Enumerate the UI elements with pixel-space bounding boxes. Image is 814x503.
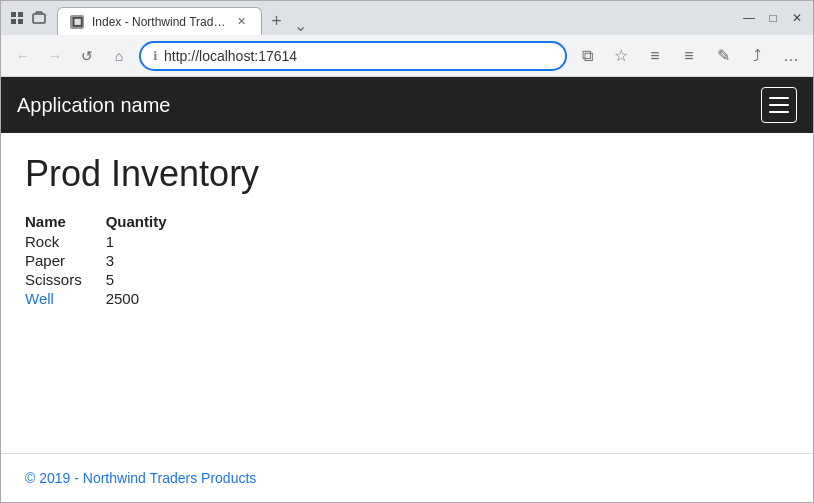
- browser-window: 🔲 Index - Northwind Trad… ✕ + ⌄ — □ ✕ ← …: [0, 0, 814, 503]
- table-row: Rock1: [25, 232, 191, 251]
- tab-close-button[interactable]: ✕: [233, 14, 249, 30]
- app-navbar: Application name: [1, 77, 813, 133]
- url-text: http://localhost:17614: [164, 48, 553, 64]
- collections-icon[interactable]: ≡: [643, 44, 667, 68]
- more-tools-icon[interactable]: …: [779, 44, 803, 68]
- title-bar: 🔲 Index - Northwind Trad… ✕ + ⌄ — □ ✕: [1, 1, 813, 35]
- column-header-quantity: Quantity: [106, 211, 191, 232]
- table-row: Well2500: [25, 289, 191, 308]
- tab-title: Index - Northwind Trad…: [92, 15, 225, 29]
- minimize-button[interactable]: —: [741, 10, 757, 26]
- table-cell-quantity: 2500: [106, 289, 191, 308]
- sidebar-toggle-icon[interactable]: ⧉: [575, 44, 599, 68]
- inventory-table-body: Rock1Paper3Scissors5Well2500: [25, 232, 191, 308]
- app-name: Application name: [17, 94, 170, 117]
- app-icon-2: [31, 10, 47, 26]
- column-header-name: Name: [25, 211, 106, 232]
- inventory-item-link[interactable]: Well: [25, 290, 54, 307]
- home-button[interactable]: ⌂: [107, 44, 131, 68]
- close-button[interactable]: ✕: [789, 10, 805, 26]
- refresh-button[interactable]: ↺: [75, 44, 99, 68]
- main-content: Prod Inventory Name Quantity Rock1Paper3…: [1, 133, 813, 453]
- table-header-row: Name Quantity: [25, 211, 191, 232]
- table-cell-quantity: 5: [106, 270, 191, 289]
- url-info-icon: ℹ: [153, 49, 158, 63]
- inventory-table: Name Quantity Rock1Paper3Scissors5Well25…: [25, 211, 191, 308]
- hamburger-line-1: [769, 97, 789, 99]
- hamburger-menu-button[interactable]: [761, 87, 797, 123]
- table-cell-name: Paper: [25, 251, 106, 270]
- maximize-button[interactable]: □: [765, 10, 781, 26]
- app-icon-1: [9, 10, 25, 26]
- svg-rect-0: [11, 12, 16, 17]
- svg-rect-1: [18, 12, 23, 17]
- tab-favicon: 🔲: [70, 15, 84, 29]
- active-tab[interactable]: 🔲 Index - Northwind Trad… ✕: [57, 7, 262, 35]
- tab-bar: 🔲 Index - Northwind Trad… ✕ + ⌄: [57, 1, 729, 35]
- table-cell-quantity: 1: [106, 232, 191, 251]
- hamburger-line-3: [769, 111, 789, 113]
- table-cell-quantity: 3: [106, 251, 191, 270]
- table-row: Scissors5: [25, 270, 191, 289]
- table-cell-name: Well: [25, 289, 106, 308]
- svg-rect-4: [33, 14, 45, 23]
- page-heading: Prod Inventory: [25, 153, 789, 195]
- address-bar: ← → ↺ ⌂ ℹ http://localhost:17614 ⧉ ☆ ≡ ≡…: [1, 35, 813, 77]
- hamburger-line-2: [769, 104, 789, 106]
- favorites-icon[interactable]: ☆: [609, 44, 633, 68]
- new-tab-button[interactable]: +: [262, 7, 290, 35]
- title-bar-icons: [9, 10, 47, 26]
- table-cell-name: Scissors: [25, 270, 106, 289]
- forward-button[interactable]: →: [43, 44, 67, 68]
- toolbar-right: ⧉ ☆ ≡ ≡ ✎ ⤴ …: [575, 44, 803, 68]
- svg-rect-3: [18, 19, 23, 24]
- tab-dropdown-button[interactable]: ⌄: [294, 16, 307, 35]
- footer-text: © 2019 - Northwind Traders Products: [25, 470, 256, 486]
- window-controls: — □ ✕: [741, 10, 805, 26]
- reader-icon[interactable]: ≡: [677, 44, 701, 68]
- url-bar[interactable]: ℹ http://localhost:17614: [139, 41, 567, 71]
- back-button[interactable]: ←: [11, 44, 35, 68]
- pen-icon[interactable]: ✎: [711, 44, 735, 68]
- svg-rect-2: [11, 19, 16, 24]
- table-cell-name: Rock: [25, 232, 106, 251]
- page-footer: © 2019 - Northwind Traders Products: [1, 453, 813, 502]
- share-icon[interactable]: ⤴: [745, 44, 769, 68]
- table-row: Paper3: [25, 251, 191, 270]
